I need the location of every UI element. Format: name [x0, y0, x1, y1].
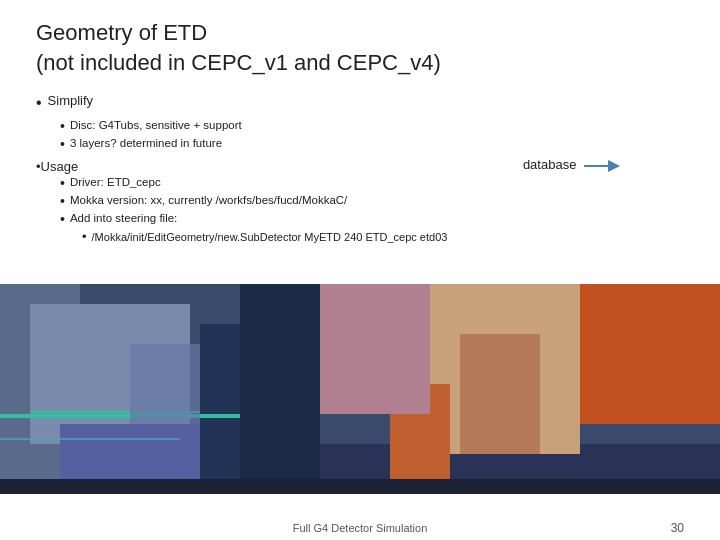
detector-simulation-svg: [0, 284, 720, 494]
svg-rect-6: [580, 284, 720, 424]
sub-sub-dot-1: •: [82, 229, 87, 246]
bullet-dot: •: [36, 93, 42, 112]
simplify-sub-bullets: • Disc: G4Tubs, sensitive + support • 3 …: [60, 117, 684, 153]
footer: Full G4 Detector Simulation 30: [0, 522, 720, 534]
usage-label: • Usage: [36, 159, 78, 174]
svg-rect-17: [460, 334, 540, 454]
usage-section: • Usage database: [36, 159, 684, 245]
usage-sub2-text: Mokka version: xx, currently /workfs/bes…: [70, 192, 347, 209]
simplify-bullet: • Simplify: [36, 93, 684, 112]
usage-sub1-text: Driver: ETD_cepc: [70, 174, 161, 191]
usage-sub2: • Mokka version: xx, currently /workfs/b…: [60, 192, 684, 210]
svg-rect-12: [320, 284, 430, 414]
usage-sub3-sub1: • /Mokka/init/EditGeometry/new.SubDetect…: [82, 229, 684, 246]
database-label: database: [523, 157, 577, 172]
usage-sub3-text: Add into steering file:: [70, 210, 177, 227]
content-area: Geometry of ETD (not included in CEPC_v1…: [0, 0, 720, 245]
simplify-section: • Simplify • Disc: G4Tubs, sensitive + s…: [36, 93, 684, 153]
title-line2: (not included in CEPC_v1 and CEPC_v4): [36, 50, 441, 75]
sub-dot-1: •: [60, 117, 65, 135]
usage-row: • Usage database: [36, 159, 684, 174]
sub-dot-3: •: [60, 174, 65, 192]
simplify-sub2: • 3 layers? determined in future: [60, 135, 684, 153]
usage-sub3-sub1-text: /Mokka/init/EditGeometry/new.SubDetector…: [92, 229, 448, 246]
usage-sub1: • Driver: ETD_cepc: [60, 174, 684, 192]
simplify-label: Simplify: [48, 93, 94, 108]
detector-image-area: [0, 284, 720, 514]
simplify-sub1: • Disc: G4Tubs, sensitive + support: [60, 117, 684, 135]
footer-text: Full G4 Detector Simulation: [0, 522, 720, 534]
svg-rect-16: [130, 344, 200, 424]
sub-dot-5: •: [60, 210, 65, 228]
title-line1: Geometry of ETD: [36, 20, 207, 45]
usage-sub3: • Add into steering file:: [60, 210, 684, 228]
usage-sub-sub-bullets: • /Mokka/init/EditGeometry/new.SubDetect…: [82, 229, 684, 246]
footer-page: 30: [671, 521, 684, 535]
usage-sub-bullets: • Driver: ETD_cepc • Mokka version: xx, …: [60, 174, 684, 245]
usage-label-text: Usage: [41, 159, 79, 174]
simplify-sub1-text: Disc: G4Tubs, sensitive + support: [70, 117, 242, 134]
sub-dot-2: •: [60, 135, 65, 153]
slide-title: Geometry of ETD (not included in CEPC_v1…: [36, 18, 684, 77]
database-badge: database: [523, 157, 624, 175]
slide-container: Geometry of ETD (not included in CEPC_v1…: [0, 0, 720, 540]
svg-rect-13: [240, 284, 320, 494]
sub-dot-4: •: [60, 192, 65, 210]
database-arrow-icon: [584, 157, 624, 175]
svg-rect-18: [0, 479, 720, 494]
simplify-sub2-text: 3 layers? determined in future: [70, 135, 222, 152]
